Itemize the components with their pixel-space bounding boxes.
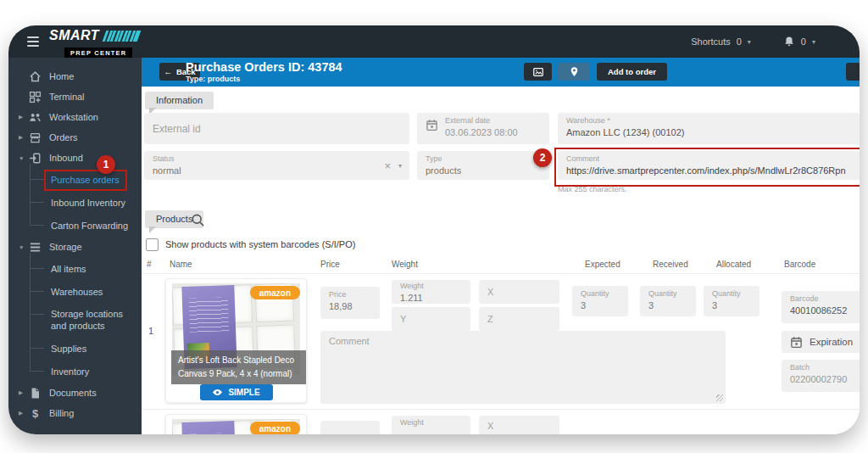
dimension-z-input[interactable]: Z	[479, 307, 559, 331]
expected-value: 3	[581, 299, 620, 312]
notifications-count: 0	[801, 36, 806, 47]
bell-icon	[783, 36, 795, 48]
search-icon[interactable]	[191, 213, 205, 227]
sidebar-item-supplies[interactable]: Supplies	[8, 337, 142, 360]
sidebar-item-documents[interactable]: ▶ Documents	[8, 383, 142, 403]
sidebar-item-label: Inbound	[49, 153, 83, 163]
type-select[interactable]: Type products ▾	[417, 151, 549, 180]
price-field[interactable]	[320, 421, 380, 434]
annotation-box-comment	[554, 148, 860, 187]
barcode-field[interactable]: Barcode 40010086252	[782, 291, 860, 323]
caret-right-icon: ▶	[19, 114, 29, 120]
storage-submenu: All items Warehouses Storage locations a…	[8, 257, 142, 383]
status-select[interactable]: Status normal × ▾	[144, 151, 409, 180]
external-id-input[interactable]: External id	[144, 113, 409, 144]
calendar-icon	[426, 119, 438, 131]
expiration-label: Expiration	[810, 337, 853, 347]
sidebar: Home Terminal ▶ Workstation ▶ Orders ▼ I…	[8, 58, 142, 434]
caret-right-icon: ▶	[19, 134, 29, 141]
page-title: Purchase Orders ID: 43784	[186, 60, 342, 75]
content-area: Information External id External date 03…	[142, 87, 860, 434]
col-header-allocated: Allocated	[716, 260, 751, 269]
product-card: amazon	[165, 414, 307, 434]
annotation-box-purchase-orders	[44, 170, 127, 191]
price-value: 18,98	[329, 300, 371, 313]
row-index: 1	[148, 326, 153, 336]
annotation-badge-2: 2	[533, 148, 552, 167]
tab-information-label: Information	[156, 95, 203, 105]
received-quantity-field[interactable]: Quantity 3	[640, 286, 696, 316]
dimension-x-input[interactable]: X	[479, 280, 559, 304]
weight-label: Weight	[400, 282, 462, 292]
sidebar-item-inbound[interactable]: ▼ Inbound	[8, 148, 142, 168]
status-label: Status	[153, 154, 401, 165]
expected-quantity-field[interactable]: Quantity 3	[572, 286, 628, 316]
allocated-quantity-field[interactable]: Quantity 3	[704, 286, 760, 316]
product-card: amazon Artist's Loft Back Stapled Deco C…	[165, 278, 307, 403]
weight-field[interactable]: Weight 1.211	[392, 280, 470, 304]
simple-view-button[interactable]: SIMPLE	[200, 384, 273, 400]
hamburger-icon[interactable]	[27, 36, 39, 49]
batch-field[interactable]: Batch 02200002790	[782, 360, 860, 392]
main-area: ← Back Purchase Orders ID: 43784 Type: p…	[142, 58, 860, 434]
image-button[interactable]	[524, 63, 552, 81]
col-header-price: Price	[320, 260, 340, 269]
shortcuts-menu[interactable]: Shortcuts 0 ▾	[691, 36, 751, 47]
tab-information[interactable]: Information	[145, 92, 214, 109]
logo-text: SMART	[49, 28, 99, 43]
sidebar-item-label: Inventory	[51, 366, 89, 377]
logo-stripes	[104, 30, 139, 42]
price-label: Price	[329, 290, 371, 300]
sidebar-item-warehouses[interactable]: Warehouses	[8, 280, 142, 303]
warehouse-field[interactable]: Warehouse * Amazon LLC (1234) (00102)	[558, 113, 860, 144]
weight-field[interactable]: Weight	[392, 416, 470, 434]
sidebar-item-storage-locations-and-products[interactable]: Storage locations and products	[8, 303, 142, 337]
location-button[interactable]	[558, 63, 590, 81]
sidebar-item-label: Warehouses	[51, 287, 103, 297]
header-extra-button[interactable]	[846, 63, 860, 81]
sidebar-item-label: All items	[51, 264, 86, 274]
sidebar-item-storage[interactable]: ▼ Storage	[8, 237, 142, 257]
dropdown-caret-icon[interactable]: ▾	[398, 162, 402, 170]
external-date-field[interactable]: External date 03.06.2023 08:00	[417, 113, 549, 144]
annotation-badge-1: 1	[97, 155, 115, 174]
app-window: SMART PREP CENTER Shortcuts 0 ▾ 0 ▾ Home	[8, 25, 860, 434]
batch-value: 02200002790	[790, 373, 860, 386]
price-field[interactable]: Price 18,98	[320, 287, 380, 319]
sidebar-item-inbound-inventory[interactable]: Inbound Inventory	[8, 191, 142, 214]
documents-icon	[29, 387, 42, 400]
col-header-index: #	[147, 260, 152, 269]
dimension-x-input[interactable]: X	[479, 416, 559, 434]
col-header-expected: Expected	[585, 260, 620, 269]
add-to-order-button[interactable]: Add to order	[597, 63, 667, 81]
notifications-menu[interactable]: 0 ▾	[783, 36, 815, 48]
system-barcodes-checkbox[interactable]	[146, 238, 159, 251]
barcode-value: 40010086252	[790, 305, 860, 317]
sidebar-item-terminal[interactable]: Terminal	[8, 87, 142, 107]
sidebar-item-inventory[interactable]: Inventory	[8, 360, 142, 383]
sidebar-item-label: Carton Forwarding	[51, 221, 128, 231]
warehouse-label: Warehouse *	[566, 116, 851, 126]
back-arrow-icon: ←	[164, 67, 172, 76]
brand-badge: amazon	[250, 286, 300, 299]
sidebar-item-carton-forwarding[interactable]: Carton Forwarding	[8, 214, 142, 237]
external-date-value: 03.06.2023 08:00	[445, 126, 518, 139]
barcode-label: Barcode	[790, 294, 860, 305]
dimension-y-input[interactable]: Y	[392, 307, 470, 331]
sidebar-item-orders[interactable]: ▶ Orders	[8, 127, 142, 148]
product-comment-textarea[interactable]: Comment	[320, 331, 726, 404]
add-to-order-label: Add to order	[608, 67, 656, 76]
caret-right-icon: ▶	[19, 389, 29, 396]
sidebar-item-label: Documents	[49, 388, 97, 398]
clear-icon[interactable]: ×	[384, 159, 391, 172]
home-icon	[29, 70, 42, 83]
shortcuts-label: Shortcuts	[691, 36, 730, 47]
sidebar-item-home[interactable]: Home	[8, 66, 142, 87]
quantity-label: Quantity	[648, 289, 687, 299]
sidebar-item-billing[interactable]: ▶ $ Billing	[8, 403, 142, 423]
expiration-button[interactable]: Expiration	[782, 331, 860, 353]
weight-label: Weight	[400, 418, 462, 428]
shortcuts-count: 0	[737, 36, 742, 47]
sidebar-item-all-items[interactable]: All items	[8, 257, 142, 280]
sidebar-item-workstation[interactable]: ▶ Workstation	[8, 107, 142, 127]
